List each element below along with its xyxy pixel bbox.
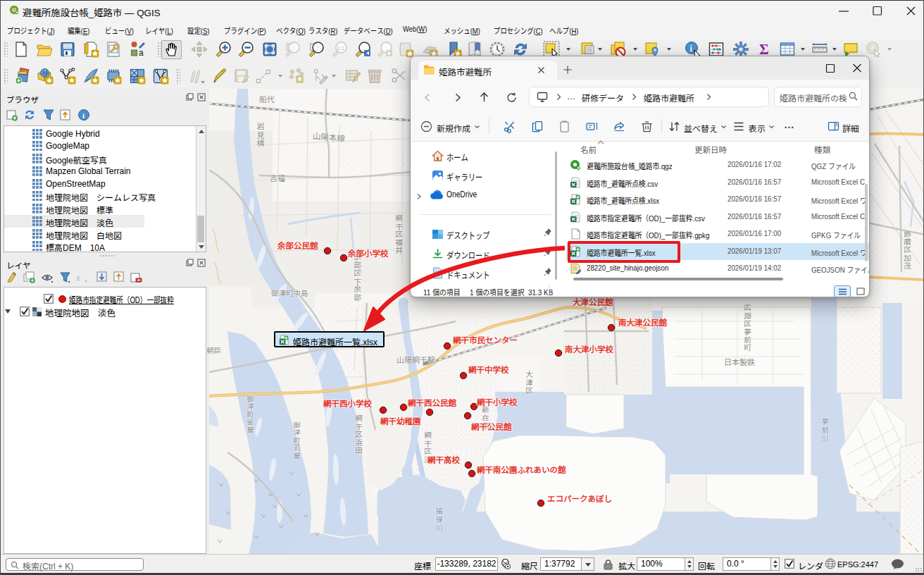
svg-text:1:1: 1:1: [337, 46, 344, 51]
svg-text:ε: ε: [77, 272, 81, 283]
svg-text:i: i: [82, 111, 85, 120]
svg-text:a: a: [139, 48, 144, 58]
